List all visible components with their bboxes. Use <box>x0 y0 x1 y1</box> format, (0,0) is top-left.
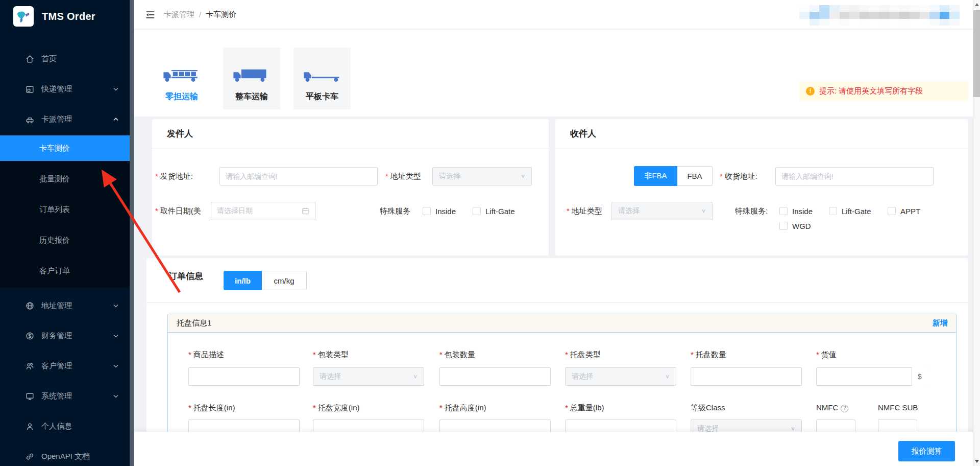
checkbox-appt[interactable]: APPT <box>888 202 920 220</box>
help-icon[interactable]: ? <box>841 405 848 412</box>
checkbox-box[interactable] <box>779 207 788 215</box>
toggle-fba[interactable]: FBA <box>677 166 713 186</box>
monitor-icon <box>25 391 35 401</box>
package-qty-input[interactable] <box>439 367 551 386</box>
redacted-pixel <box>799 5 810 12</box>
field-label-commodity: 商品描述 <box>188 350 224 360</box>
redacted-pixel <box>879 12 890 18</box>
sidebar-item-customer-orders[interactable]: 客户订单 <box>0 258 130 284</box>
receiver-special-label: 特殊服务: <box>735 202 768 220</box>
redacted-pixel <box>840 5 850 12</box>
redacted-pixel <box>860 12 870 18</box>
checkbox-inside[interactable]: Inside <box>423 202 456 220</box>
package-type-select[interactable]: 请选择 ∨ <box>313 367 424 386</box>
checkbox-box[interactable] <box>888 207 896 215</box>
select-placeholder: 请选择 <box>618 206 640 216</box>
pickup-date-input[interactable]: 请选择日期 <box>211 202 315 220</box>
redacted-pixel <box>860 5 870 12</box>
scrollbar-down-arrow-icon[interactable] <box>975 460 979 463</box>
unit-toggle-cmkg[interactable]: cm/kg <box>262 271 307 290</box>
pallet-title: 托盘信息1 <box>177 313 211 333</box>
redacted-pixel <box>910 5 920 12</box>
checkbox-box[interactable] <box>779 222 788 230</box>
field-label-package-type: 包装类型 <box>313 350 349 360</box>
scrollbar-up-arrow-icon[interactable] <box>975 3 979 6</box>
checkbox-inside[interactable]: Inside <box>779 202 813 220</box>
field-label-pallet-length: 托盘长度(in) <box>188 403 235 413</box>
sender-title: 发件人 <box>167 119 193 149</box>
unit-toggle-inlb[interactable]: in/lb <box>224 271 262 290</box>
app-title: TMS Order <box>42 11 95 22</box>
sidebar-item-home[interactable]: 首页 <box>0 46 130 71</box>
redacted-pixel <box>910 12 920 18</box>
sidebar-item-history-quote[interactable]: 历史报价 <box>0 227 130 253</box>
sidebar-scrollbar[interactable] <box>130 0 134 466</box>
breadcrumb-section[interactable]: 卡派管理 <box>164 10 194 19</box>
redacted-pixel <box>819 19 829 26</box>
receiver-address-type-select[interactable]: 请选择 ∨ <box>611 202 713 220</box>
add-pallet-link[interactable]: 新增 <box>933 313 948 333</box>
user-icon <box>25 422 35 431</box>
redacted-pixel <box>929 5 940 12</box>
redacted-pixel <box>810 5 820 12</box>
sidebar-item-openapi-docs[interactable]: OpenAPI 文档 <box>0 444 130 466</box>
tab-ltl-transport[interactable]: 零担运输 <box>153 48 210 109</box>
sidebar-item-express[interactable]: 快递管理 <box>0 77 130 101</box>
ship-address-input[interactable] <box>219 167 378 185</box>
redacted-pixel <box>829 12 840 18</box>
receive-address-label: 收货地址: <box>720 167 757 185</box>
sidebar-item-customers[interactable]: 客户管理 <box>0 354 130 378</box>
sidebar-item-truck-quote[interactable]: 卡车测价 <box>0 135 130 161</box>
redacted-pixel <box>929 12 940 18</box>
chevron-down-icon: ∨ <box>791 426 795 432</box>
checkbox-lift-gate[interactable]: Lift-Gate <box>829 202 871 220</box>
field-label-total-weight: 总重量(lb) <box>565 403 604 413</box>
ftl-truck-icon <box>232 66 271 83</box>
tab-label: 平板卡车 <box>306 91 338 102</box>
checkbox-box[interactable] <box>423 207 431 215</box>
sidebar-item-profile[interactable]: 个人信息 <box>0 414 130 438</box>
chevron-down-icon: ∨ <box>521 173 525 179</box>
scrollbar-thumb[interactable] <box>973 10 980 97</box>
tab-ftl-transport[interactable]: 整车运输 <box>223 48 280 109</box>
redacted-pixel <box>940 19 950 26</box>
checkbox-lift-gate[interactable]: Lift-Gate <box>473 202 515 220</box>
redacted-pixel <box>840 19 850 26</box>
checkbox-box[interactable] <box>473 207 481 215</box>
commodity-input[interactable] <box>188 367 300 386</box>
sidebar-item-finance[interactable]: 财务管理 <box>0 323 130 348</box>
checkbox-box[interactable] <box>829 207 837 215</box>
chevron-down-icon: ∨ <box>413 374 418 380</box>
redacted-pixel <box>860 19 870 26</box>
chevron-up-icon <box>113 118 118 121</box>
sidebar-item-batch-quote[interactable]: 批量测价 <box>0 166 130 192</box>
field-label-pallet-height: 托盘高度(in) <box>439 403 486 413</box>
main-scrollbar[interactable] <box>973 0 980 466</box>
sidebar-item-order-list[interactable]: 订单列表 <box>0 197 130 222</box>
checkbox-wgd[interactable]: WGD <box>779 218 811 234</box>
quote-calculate-button[interactable]: 报价测算 <box>898 441 955 461</box>
sender-address-type-label: 地址类型 <box>385 167 421 185</box>
sidebar-item-truck-dispatch[interactable]: 卡派管理 <box>0 107 130 131</box>
cargo-value-input[interactable] <box>816 367 927 386</box>
redacted-pixel <box>920 12 930 18</box>
redacted-pixel <box>879 5 890 12</box>
pallet-type-select[interactable]: 请选择 ∨ <box>565 367 676 386</box>
sidebar-item-system[interactable]: 系统管理 <box>0 384 130 408</box>
redacted-pixel <box>929 19 940 26</box>
redacted-user-info[interactable] <box>799 5 960 26</box>
redacted-pixel <box>869 5 879 12</box>
receive-address-input[interactable] <box>775 167 934 185</box>
sidebar-item-address[interactable]: 地址管理 <box>0 293 130 318</box>
field-label-nmfc: NMFC? <box>816 403 848 413</box>
chevron-down-icon: ∨ <box>665 374 670 380</box>
sender-address-type-select[interactable]: 请选择 ∨ <box>432 167 532 185</box>
menu-fold-icon[interactable] <box>144 9 156 20</box>
redacted-pixel <box>869 19 879 26</box>
toggle-non-fba[interactable]: 非FBA <box>634 166 677 186</box>
redacted-pixel <box>890 5 900 12</box>
receiver-card: 收件人 非FBA FBA 收货地址: 地址类型 请选择 ∨ 特殊服务: Insi… <box>555 119 968 255</box>
tab-flatbed-truck[interactable]: 平板卡车 <box>293 48 351 109</box>
pallet-qty-input[interactable] <box>691 367 802 386</box>
chevron-down-icon <box>113 364 118 368</box>
